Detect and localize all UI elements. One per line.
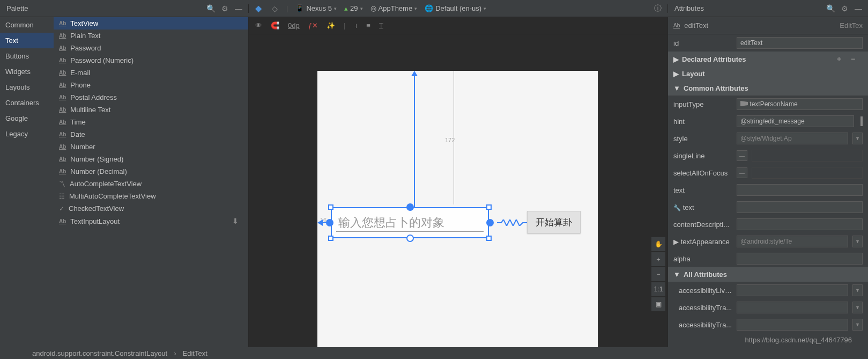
palette-item[interactable]: AbPassword (Numeric) [54,54,248,67]
palette-category-text[interactable]: Text [0,33,54,48]
widget-icon: Ab [59,168,66,174]
search-icon[interactable]: 🔍 [206,4,215,13]
breadcrumb-root[interactable]: android.support.constraint.ConstraintLay… [32,349,167,357]
blueprint-tab-icon[interactable]: ◇ [270,4,279,13]
infer-constraints-icon[interactable]: ✨ [327,21,335,30]
minimize-icon[interactable]: — [234,4,243,13]
section-all[interactable]: ▼All Attributes [668,267,868,282]
attr-selall-check[interactable]: — [737,167,747,178]
palette-category-containers[interactable]: Containers [0,95,54,111]
palette-item[interactable]: AbNumber [54,141,248,153]
add-icon[interactable]: ＋ [835,55,843,63]
section-layout[interactable]: ▶Layout [668,67,868,81]
palette-item-label: TextInputLayout [70,217,120,225]
attr-inputtype-label: inputType [673,100,732,108]
palette-item-label: Number (Decimal) [70,167,127,175]
warning-icon[interactable]: ⓘ [654,4,662,13]
palette-item[interactable]: AbMultiline Text [54,104,248,116]
zoom-in-icon[interactable]: ＋ [651,252,665,266]
attr-search-icon[interactable]: 🔍 [826,4,835,13]
align-icon[interactable]: ≡ [366,21,370,30]
design-tab-icon[interactable]: ◆ [254,4,263,13]
palette-item-label: Plain Text [70,32,100,40]
margin-selector[interactable]: 0dp [288,21,300,30]
palette-item[interactable]: AbTextInputLayout⬇ [54,215,248,228]
magnet-icon[interactable]: 🧲 [271,21,279,30]
palette-item[interactable]: AbPostal Address [54,91,248,104]
palette-category-google[interactable]: Google [0,111,54,126]
palette-item[interactable]: AbE-mail [54,67,248,79]
design-canvas[interactable]: 👁 🧲 0dp ƒ✕ ✨ | ⫞ ≡ ⌶ 172 16 输入您想占卜的对象 [249,17,667,347]
attr-cd-input[interactable] [737,218,863,230]
attr-singleline-check[interactable]: — [737,150,747,161]
dropdown-icon[interactable]: ▼ [852,319,863,331]
attr-alpha-input[interactable] [737,253,863,265]
widget-icon: Ab [59,57,66,63]
attr-inputtype-value[interactable]: textPersonName [737,98,863,110]
device-preview[interactable]: 172 16 输入您想占卜的对象 [317,71,598,350]
palette-item[interactable]: ✓CheckedTextView [54,202,248,215]
fit-screen-icon[interactable]: 1:1 [651,282,665,296]
attr-type-icon: Ab [673,23,680,28]
edittext-widget[interactable]: 输入您想占卜的对象 [328,204,492,241]
widget-icon: 〽 [59,180,65,188]
palette-item[interactable]: AbPhone [54,79,248,91]
palette-item[interactable]: 〽AutoCompleteTextView [54,178,248,190]
attr-minimize-icon[interactable]: — [854,4,863,13]
breadcrumb-leaf[interactable]: EditText [183,349,207,357]
palette-item[interactable]: AbNumber (Signed) [54,153,248,165]
guideline-icon[interactable]: ⌶ [379,21,383,30]
clear-constraints-icon[interactable]: ƒ✕ [308,21,318,30]
arrow-down-icon: ▼ [673,84,680,92]
section-declared[interactable]: ▶Declared Attributes＋− [668,52,868,67]
palette-item[interactable]: ☷MultiAutoCompleteTextView [54,190,248,202]
resource-picker-icon[interactable] [860,116,863,126]
widget-icon: ☷ [59,193,65,200]
locale-name: Default (en-us) [435,4,481,12]
fullscreen-icon[interactable]: ▣ [651,297,665,311]
pan-tool-icon[interactable]: ✋ [651,237,665,251]
attr-style-input[interactable] [737,133,848,144]
palette-item[interactable]: AbPassword [54,42,248,54]
dropdown-icon[interactable]: ▼ [852,284,863,296]
attr-text2-input[interactable] [737,201,863,213]
attr-type: editText [684,21,708,30]
attr-ta-input[interactable] [737,236,848,247]
palette-category-buttons[interactable]: Buttons [0,48,54,64]
pack-icon[interactable]: ⫞ [354,21,358,30]
palette-item[interactable]: AbPlain Text [54,30,248,42]
palette-item[interactable]: AbTextView [54,17,248,30]
edittext-hint: 输入您想占卜的对象 [338,215,444,231]
palette-item[interactable]: AbDate [54,128,248,141]
view-mode-icon[interactable]: 👁 [255,21,262,30]
section-common[interactable]: ▼Common Attributes [668,81,868,96]
remove-icon[interactable]: − [849,55,857,63]
zoom-out-icon[interactable]: − [651,267,665,281]
dropdown-icon[interactable]: ▼ [852,302,863,313]
attr-id-input[interactable] [737,37,863,49]
palette-category-legacy[interactable]: Legacy [0,126,54,142]
widget-icon: Ab [59,82,66,88]
download-icon[interactable]: ⬇ [232,217,239,225]
attr-input[interactable] [737,319,848,331]
device-selector[interactable]: 📱Nexus 5▾ [295,4,337,12]
attr-input[interactable] [737,284,848,296]
theme-name: AppTheme [379,4,413,12]
api-selector[interactable]: ▴29▾ [344,4,362,12]
settings-icon[interactable]: ⚙ [220,4,229,13]
theme-selector[interactable]: ◎AppTheme▾ [370,4,418,12]
palette-item[interactable]: AbNumber (Decimal) [54,165,248,178]
attr-settings-icon[interactable]: ⚙ [840,4,849,13]
palette-category-widgets[interactable]: Widgets [0,64,54,79]
palette-item-label: Password (Numeric) [70,56,133,64]
dropdown-icon[interactable]: ▼ [852,236,863,247]
attr-hint-input[interactable] [737,115,854,127]
palette-category-layouts[interactable]: Layouts [0,79,54,95]
palette-category-common[interactable]: Common [0,17,54,33]
attr-input[interactable] [737,302,848,313]
button-widget[interactable]: 开始算卦 [527,211,581,233]
palette-item[interactable]: AbTime [54,116,248,128]
attr-text-input[interactable] [737,184,863,196]
dropdown-icon[interactable]: ▼ [852,133,863,144]
locale-selector[interactable]: 🌐Default (en-us)▾ [425,4,486,12]
